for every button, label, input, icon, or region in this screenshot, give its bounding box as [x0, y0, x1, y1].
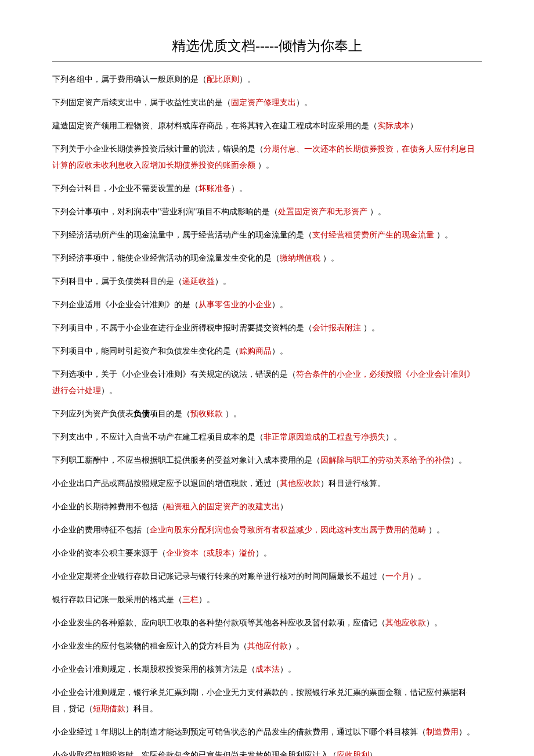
- question-text: ）。: [215, 277, 231, 286]
- text-line: 下列会计事项中，对利润表中"营业利润"项目不构成影响的是（处置固定资产和无形资产…: [52, 204, 482, 220]
- question-text: 下列经济事项中，能使企业经营活动的现金流量发生变化的是（: [52, 254, 280, 262]
- answer-text: 坏账准备: [199, 184, 231, 193]
- text-line: 下列经济活动所产生的现金流量中，属于经营活动产生的现金流量的是（支付经营租赁费所…: [52, 227, 482, 243]
- answer-text: 其他应付款: [247, 642, 288, 650]
- question-text: ）。: [410, 572, 426, 581]
- answer-text: 固定资产修理支出: [231, 98, 296, 107]
- answer-text: 应收股利: [337, 751, 369, 756]
- question-text: 下列各组中，属于费用确认一般原则的是（: [52, 75, 207, 84]
- answer-text: 递延收益: [182, 277, 215, 286]
- question-text: ）。: [101, 386, 117, 395]
- text-line: 小企业的费用特征不包括（企业向股东分配利润也会导致所有者权益减少，因此这种支出属…: [52, 522, 482, 538]
- question-text: 下列项目中，不属于小企业在进行企业所得税申报时需要提交资料的是（: [52, 323, 312, 332]
- text-line: 下列会计科目，小企业不需要设置的是（坏账准备）。: [52, 181, 482, 197]
- answer-text: 其他应收款: [385, 618, 426, 627]
- text-line: 小企业的长期待摊费用不包括（融资租入的固定资产的改建支出）: [52, 499, 482, 515]
- answer-text: 一个月: [385, 572, 410, 581]
- question-text: ）。: [320, 254, 339, 262]
- answer-text: 因解除与职工的劳动关系给予的补偿: [320, 456, 450, 465]
- answer-text: 制造费用: [426, 728, 459, 736]
- question-text: 建造固定资产领用工程物资、原材料或库存商品，在将其转入在建工程成本时应采用的是（: [52, 121, 377, 130]
- answer-text: 短期借款: [93, 704, 125, 713]
- text-line: 下列应列为资产负债表负债项目的是（预收账款 ）。: [52, 406, 482, 422]
- question-text: ）。: [239, 75, 255, 84]
- question-text: 下列选项中，关于《小企业会计准则》有关规定的说法，错误的是（: [52, 370, 296, 379]
- question-text: ）。: [369, 751, 385, 756]
- text-line: 建造固定资产领用工程物资、原材料或库存商品，在将其转入在建工程成本时应采用的是（…: [52, 118, 482, 134]
- question-text: 小企业取得短期投资时，实际价款包含的已宣告但尚未发放的现金股利应计入（: [52, 751, 337, 756]
- answer-text: 会计报表附注: [312, 323, 361, 332]
- question-text: 小企业的长期待摊费用不包括（: [52, 502, 166, 511]
- question-text: 下列支出中，不应计入自营不动产在建工程项目成本的是（: [52, 433, 264, 441]
- question-text: 下列会计科目，小企业不需要设置的是（: [52, 184, 199, 193]
- question-text: 小企业会计准则规定，长期股权投资采用的核算方法是（: [52, 665, 255, 674]
- question-text: ）。: [272, 347, 288, 355]
- answer-text: 赊购商品: [239, 347, 272, 355]
- question-text: 小企业发生的应付包装物的租金应计入的贷方科目为（: [52, 642, 247, 650]
- question-text: ）。: [272, 300, 288, 309]
- text-line: 小企业会计准则规定，银行承兑汇票到期，小企业无力支付票款的，按照银行承兑汇票的票…: [52, 685, 482, 717]
- answer-text: 支付经营租赁费所产生的现金流量: [312, 231, 434, 239]
- question-text: ）。: [280, 665, 296, 674]
- question-text: 下列应列为资产负债表: [52, 409, 134, 418]
- question-text: 下列项目中，能同时引起资产和负债发生变化的是（: [52, 347, 239, 355]
- answer-text: 从事零售业的小企业: [199, 300, 272, 309]
- question-text: ）科目进行核算。: [320, 479, 385, 488]
- answer-text: 三栏: [182, 595, 199, 604]
- question-text: 小企业的资本公积主要来源于（: [52, 549, 166, 557]
- text-line: 小企业会计准则规定，长期股权投资采用的核算方法是（成本法）。: [52, 661, 482, 678]
- answer-text: 融资租入的固定资产的改建支出: [166, 502, 280, 511]
- text-line: 下列关于小企业长期债券投资后续计量的说法，错误的是（分期付息、一次还本的长期债券…: [52, 141, 482, 174]
- text-line: 下列项目中，能同时引起资产和负债发生变化的是（赊购商品）。: [52, 343, 482, 359]
- question-text: ）。: [361, 323, 380, 332]
- text-line: 小企业的资本公积主要来源于（企业资本（或股本）溢价）。: [52, 545, 482, 561]
- question-text: ）。: [255, 549, 272, 557]
- question-text: ）。: [434, 231, 453, 239]
- answer-text: 企业向股东分配利润也会导致所有者权益减少，因此这种支出属于费用的范畴: [150, 525, 426, 534]
- answer-text: 成本法: [255, 665, 280, 674]
- question-text: ）。: [450, 456, 467, 465]
- question-text: ）: [280, 502, 288, 511]
- text-line: 下列固定资产后续支出中，属于收益性支出的是（固定资产修理支出）。: [52, 95, 482, 111]
- question-text: ）。: [426, 525, 445, 534]
- answer-text: 预收账款: [190, 409, 223, 418]
- answer-text: 企业资本（或股本）溢价: [166, 549, 255, 557]
- document-body: 下列各组中，属于费用确认一般原则的是（配比原则）。下列固定资产后续支出中，属于收…: [52, 71, 482, 756]
- answer-text: 处置固定资产和无形资产: [278, 207, 367, 216]
- question-text: 下列会计事项中，对利润表中"营业利润"项目不构成影响的是（: [52, 207, 278, 216]
- answer-text: 缴纳增值税: [280, 254, 320, 262]
- page-header: 精选优质文档-----倾情为你奉上: [52, 35, 482, 62]
- question-text: ）。: [385, 433, 402, 441]
- text-line: 银行存款日记账一般采用的格式是（三栏）。: [52, 592, 482, 608]
- question-text: ）。: [367, 207, 386, 216]
- question-text: ）。: [199, 595, 215, 604]
- question-text: ）。: [459, 728, 475, 736]
- question-text: 下列关于小企业长期债券投资后续计量的说法，错误的是（: [52, 145, 264, 153]
- question-text: ）。: [426, 618, 442, 627]
- text-line: 下列支出中，不应计入自营不动产在建工程项目成本的是（非正常原因造成的工程盘亏净损…: [52, 429, 482, 445]
- question-text: 下列科目中，属于负债类科目的是（: [52, 277, 182, 286]
- question-text: ）: [410, 121, 418, 130]
- question-text: 下列经济活动所产生的现金流量中，属于经营活动产生的现金流量的是（: [52, 231, 312, 239]
- question-text: 下列企业适用《小企业会计准则》的是（: [52, 300, 199, 309]
- question-text: 小企业出口产品或商品按照规定应予以退回的增值税款，通过（: [52, 479, 280, 488]
- question-text: 银行存款日记账一般采用的格式是（: [52, 595, 182, 604]
- question-text: ）。: [288, 642, 304, 650]
- answer-text: 实际成本: [377, 121, 410, 130]
- text-line: 小企业定期将企业银行存款日记账记录与银行转来的对账单进行核对的时间间隔最长不超过…: [52, 568, 482, 585]
- text-line: 小企业取得短期投资时，实际价款包含的已宣告但尚未发放的现金股利应计入（应收股利）…: [52, 747, 482, 756]
- question-text: 下列固定资产后续支出中，属于收益性支出的是（: [52, 98, 231, 107]
- text-line: 小企业发生的各种赔款、应向职工收取的各种垫付款项等其他各种应收及暂付款项，应借记…: [52, 615, 482, 631]
- question-text: 小企业定期将企业银行存款日记账记录与银行转来的对账单进行核对的时间间隔最长不超过…: [52, 572, 385, 581]
- answer-text: 其他应收款: [280, 479, 320, 488]
- question-text: 小企业发生的各种赔款、应向职工收取的各种垫付款项等其他各种应收及暂付款项，应借记…: [52, 618, 385, 627]
- text-line: 下列经济事项中，能使企业经营活动的现金流量发生变化的是（缴纳增值税 ）。: [52, 250, 482, 267]
- text-line: 下列科目中，属于负债类科目的是（递延收益）。: [52, 273, 482, 290]
- text-line: 下列项目中，不属于小企业在进行企业所得税申报时需要提交资料的是（会计报表附注 ）…: [52, 320, 482, 336]
- question-text: ）。: [255, 161, 274, 170]
- text-line: 下列职工薪酬中，不应当根据职工提供服务的受益对象计入成本费用的是（因解除与职工的…: [52, 452, 482, 469]
- question-text: ）。: [231, 184, 247, 193]
- question-text: 负债: [134, 409, 150, 418]
- text-line: 下列选项中，关于《小企业会计准则》有关规定的说法，错误的是（符合条件的小企业，必…: [52, 366, 482, 399]
- question-text: ）。: [223, 409, 241, 418]
